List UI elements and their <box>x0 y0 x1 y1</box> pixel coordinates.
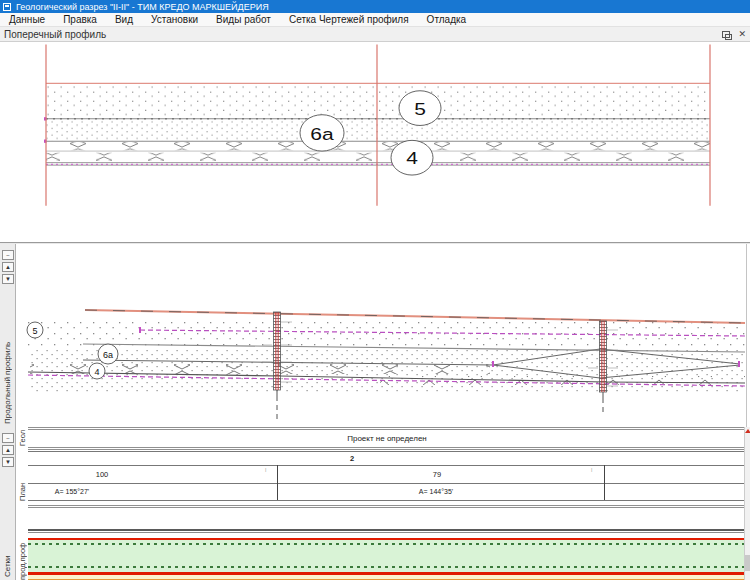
grids-panel: Проект не определен 2 100 79 ⁞ ⁞ А= 155°… <box>0 427 750 580</box>
prod-prof-green-dash <box>28 566 744 568</box>
grids-sidebar: − ▲ ▼ Сетки <box>0 427 16 580</box>
grid-border <box>28 447 746 450</box>
window-title: Геологический разрез "II-II" - ТИМ КРЕДО… <box>16 2 269 12</box>
collapse-button[interactable]: − <box>2 433 14 443</box>
plan-grid-line <box>28 500 746 501</box>
distance-cell-1[interactable]: 100 <box>80 470 124 479</box>
menu-bar: Данные Правка Вид Установки Виды работ С… <box>0 13 750 27</box>
plan-grid-line <box>28 483 746 484</box>
section-label-plan[interactable]: План <box>18 467 31 501</box>
menu-item-vid[interactable]: Вид <box>106 14 142 25</box>
move-down-button[interactable]: ▼ <box>2 274 14 284</box>
longitudinal-profile-canvas[interactable]: 5 6а 4 <box>0 244 750 427</box>
profile-label-6a: 6а <box>98 344 118 364</box>
profile-strata <box>28 310 745 394</box>
prod-prof-orange-line <box>28 579 744 580</box>
scroll-thumb[interactable] <box>745 555 750 571</box>
menu-item-vidy-rabot[interactable]: Виды работ <box>207 14 280 25</box>
azimuth-cell-2[interactable]: А= 144°35' <box>400 488 472 495</box>
move-down-button[interactable]: ▼ <box>2 457 14 467</box>
azimuth-cell-1[interactable]: А= 155°27' <box>37 488 107 495</box>
close-icon[interactable]: ✕ <box>738 31 746 38</box>
cross-profile-header: Поперечный профиль ✕ <box>0 27 750 42</box>
menu-item-ustanovki[interactable]: Установки <box>142 14 207 25</box>
soil-label-4: 4 <box>391 140 433 175</box>
svg-text:6а: 6а <box>103 350 113 360</box>
svg-text:5: 5 <box>414 99 426 118</box>
project-status-bar[interactable]: Проект не определен <box>28 431 746 446</box>
menu-item-otladka[interactable]: Отладка <box>418 14 476 25</box>
project-status-text: Проект не определен <box>347 434 427 443</box>
longitudinal-sidebar-title: Продольный профиль <box>3 299 12 424</box>
middle-panel-right-border <box>746 244 747 427</box>
soil-label-6a: 6а <box>300 115 344 151</box>
app-icon <box>3 3 11 11</box>
cross-profile-title: Поперечный профиль <box>0 29 722 40</box>
longitudinal-sidebar: − ▲ ▼ Продольный профиль <box>0 244 16 427</box>
collapse-button[interactable]: − <box>2 250 14 260</box>
section-label-geol[interactable]: Геол <box>18 428 31 446</box>
grid-border <box>28 427 746 430</box>
svg-text:4: 4 <box>406 149 418 168</box>
menu-item-pravka[interactable]: Правка <box>54 14 106 25</box>
distance-cell-2[interactable]: 79 <box>415 470 459 479</box>
grid-border <box>28 505 746 508</box>
section-label-prod-prof[interactable]: прод.проф <box>18 537 31 580</box>
plan-grid-line <box>28 465 746 466</box>
svg-text:5: 5 <box>32 326 37 336</box>
float-window-icon[interactable] <box>722 31 730 38</box>
svg-text:6а: 6а <box>310 124 334 143</box>
soil-label-5: 5 <box>399 91 441 126</box>
title-bar[interactable]: Геологический разрез "II-II" - ТИМ КРЕДО… <box>0 0 750 13</box>
application-window: Геологический разрез "II-II" - ТИМ КРЕДО… <box>0 0 750 580</box>
prod-prof-green-dash <box>28 543 744 545</box>
svg-text:4: 4 <box>94 367 99 377</box>
divider-marker-icon: ⁞ <box>265 468 266 472</box>
move-up-button[interactable]: ▲ <box>2 262 14 272</box>
move-up-button[interactable]: ▲ <box>2 445 14 455</box>
plan-grid-divider <box>604 465 605 500</box>
profile-label-4: 4 <box>89 363 105 379</box>
scroll-up-icon[interactable] <box>745 429 750 433</box>
menu-item-dannye[interactable]: Данные <box>0 14 54 25</box>
grids-scrollbar[interactable] <box>744 427 750 580</box>
section-separator <box>28 529 746 531</box>
plan-grid-line <box>28 451 746 452</box>
picket-number[interactable]: 2 <box>340 454 364 463</box>
divider-marker-icon: ⁞ <box>591 468 592 472</box>
section-separator <box>28 532 746 533</box>
plan-grid-divider <box>277 465 278 500</box>
cross-profile-canvas[interactable]: 5 6а 4 <box>0 42 750 242</box>
profile-label-5: 5 <box>27 322 43 338</box>
menu-item-setka-chertezhey[interactable]: Сетка Чертежей профиля <box>280 14 418 25</box>
grids-sidebar-title: Сетки <box>3 539 12 577</box>
